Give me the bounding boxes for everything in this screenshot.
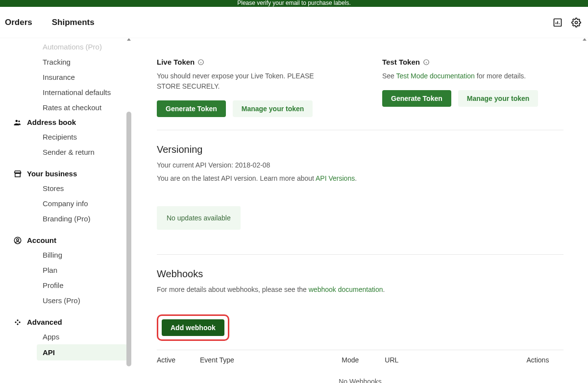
banner-text: Please verify your email to purchase lab…	[237, 0, 350, 6]
generate-live-token-button[interactable]: Generate Token	[157, 100, 226, 117]
svg-point-5	[17, 239, 19, 241]
test-mode-doc-link[interactable]: Test Mode documentation	[396, 72, 475, 80]
test-token-section: Test Token See Test Mode documentation f…	[382, 58, 564, 117]
svg-point-2	[16, 120, 18, 122]
info-icon[interactable]	[423, 59, 430, 66]
svg-point-1	[575, 21, 578, 24]
webhooks-desc: For more details about webhooks, please …	[157, 285, 564, 295]
col-active: Active	[157, 350, 200, 370]
sidebar-scrollbar[interactable]	[125, 38, 132, 383]
sidebar-item-international-defaults[interactable]: International defaults	[0, 85, 132, 100]
add-webhook-highlight: Add webhook	[157, 314, 229, 341]
svg-point-3	[18, 120, 20, 122]
sidebar-group-advanced[interactable]: Advanced	[0, 315, 132, 329]
advanced-icon	[13, 318, 23, 326]
top-nav: Orders Shipments	[0, 7, 588, 38]
col-url: URL	[385, 350, 526, 370]
sidebar-item-rates-at-checkout[interactable]: Rates at checkout	[0, 100, 132, 115]
manage-test-token-button[interactable]: Manage your token	[458, 90, 539, 107]
storefront-icon	[13, 169, 23, 178]
sidebar-item-stores[interactable]: Stores	[0, 181, 132, 196]
webhooks-table: Active Event Type Mode URL Actions No We…	[157, 350, 564, 383]
live-token-desc: You should never expose your Live Token.…	[157, 71, 338, 92]
webhooks-heading: Webhooks	[157, 268, 564, 280]
webhook-doc-link[interactable]: webhook documentation	[309, 286, 383, 293]
versioning-current: Your current API Version: 2018-02-08	[157, 160, 564, 170]
settings-sidebar: Automations (Pro) Tracking Insurance Int…	[0, 38, 132, 383]
settings-icon[interactable]	[568, 15, 584, 30]
sidebar-item-plan[interactable]: Plan	[0, 263, 132, 278]
sidebar-item-api[interactable]: API	[37, 344, 127, 360]
sidebar-group-label: Your business	[27, 169, 77, 178]
manage-live-token-button[interactable]: Manage your token	[233, 100, 313, 117]
tab-orders[interactable]: Orders	[5, 18, 32, 27]
sidebar-item-sender-return[interactable]: Sender & return	[0, 144, 132, 160]
col-event-type: Event Type	[200, 350, 342, 370]
generate-test-token-button[interactable]: Generate Token	[382, 90, 451, 107]
sidebar-item-cutoff[interactable]: Automations (Pro)	[0, 39, 132, 54]
section-divider	[157, 254, 564, 255]
info-icon[interactable]	[197, 59, 204, 66]
sidebar-item-profile[interactable]: Profile	[0, 278, 132, 293]
verify-email-banner: Please verify your email to purchase lab…	[0, 0, 588, 7]
col-mode: Mode	[342, 350, 385, 370]
test-token-title: Test Token	[382, 58, 420, 66]
versioning-latest: You are on the latest API version. Learn…	[157, 173, 564, 184]
sidebar-item-insurance[interactable]: Insurance	[0, 70, 132, 85]
tab-shipments[interactable]: Shipments	[52, 18, 95, 27]
sidebar-item-users[interactable]: Users (Pro)	[0, 293, 132, 308]
sidebar-item-company-info[interactable]: Company info	[0, 196, 132, 211]
account-icon	[13, 236, 23, 245]
analytics-icon[interactable]	[550, 15, 565, 30]
sidebar-item-recipients[interactable]: Recipients	[0, 129, 132, 144]
versioning-heading: Versioning	[157, 144, 564, 155]
add-webhook-button[interactable]: Add webhook	[162, 319, 224, 336]
col-actions: Actions	[527, 350, 564, 370]
sidebar-item-tracking[interactable]: Tracking	[0, 54, 132, 70]
sidebar-group-account[interactable]: Account	[0, 233, 132, 247]
no-updates-note: No updates available	[157, 206, 241, 230]
live-token-title: Live Token	[157, 58, 195, 66]
sidebar-group-label: Address book	[27, 118, 76, 126]
sidebar-group-your-business[interactable]: Your business	[0, 167, 132, 181]
webhooks-empty-row: No Webhooks	[157, 370, 564, 383]
sidebar-item-apps[interactable]: Apps	[0, 329, 132, 344]
sidebar-item-branding[interactable]: Branding (Pro)	[0, 211, 132, 226]
sidebar-group-label: Account	[27, 236, 56, 244]
live-token-section: Live Token You should never expose your …	[157, 58, 338, 117]
api-versions-link[interactable]: API Versions	[316, 174, 355, 182]
sidebar-group-label: Advanced	[27, 318, 62, 326]
test-token-desc: See Test Mode documentation for more det…	[382, 71, 564, 81]
people-icon	[13, 118, 23, 127]
content-pane: Live Token You should never expose your …	[132, 38, 588, 383]
sidebar-item-billing[interactable]: Billing	[0, 247, 132, 263]
sidebar-group-address-book[interactable]: Address book	[0, 115, 132, 129]
